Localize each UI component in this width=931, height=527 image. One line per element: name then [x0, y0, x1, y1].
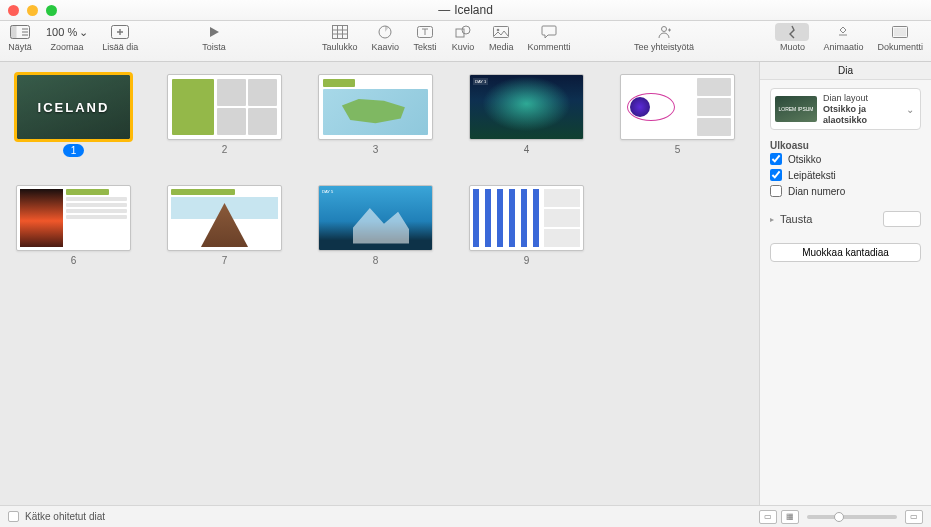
slide-thumbnail[interactable]: DAY 14: [469, 74, 584, 157]
checkbox-body[interactable]: Leipäteksti: [770, 169, 921, 181]
slide-thumbnail-preview[interactable]: [167, 185, 282, 251]
slide-thumbnail[interactable]: 7: [167, 185, 282, 266]
svg-point-10: [662, 27, 667, 32]
slide-number-label: 3: [373, 144, 379, 155]
slide-thumbnail-preview[interactable]: ICELAND: [16, 74, 131, 140]
format-inspector: Dia LOREM IPSUM Dian layout Otsikko ja a…: [759, 62, 931, 505]
document-title: — Iceland: [0, 3, 931, 17]
layout-caption: Dian layout: [823, 93, 900, 104]
slide-thumbnail-preview[interactable]: [318, 74, 433, 140]
checkbox-body-input[interactable]: [770, 169, 782, 181]
media-label: Media: [489, 42, 514, 52]
view-button[interactable]: Näytä: [8, 23, 32, 52]
zoom-select[interactable]: 100 % ⌄ Zoomaa: [46, 23, 88, 52]
chart-button[interactable]: Kaavio: [372, 23, 400, 52]
collaborate-label: Tee yhteistyötä: [634, 42, 694, 52]
background-row[interactable]: ▸ Tausta: [770, 211, 921, 227]
view-mode-grid-button[interactable]: ▦: [781, 510, 799, 524]
slide-number-label: 9: [524, 255, 530, 266]
window-titlebar: — Iceland: [0, 0, 931, 21]
checkbox-slidenumber[interactable]: Dian numero: [770, 185, 921, 197]
slider-knob[interactable]: [834, 512, 844, 522]
light-table-area[interactable]: ICELAND123DAY 14567DAY 589: [0, 62, 759, 505]
checkbox-slidenumber-input[interactable]: [770, 185, 782, 197]
slide-number-label: 7: [222, 255, 228, 266]
text-label: Teksti: [414, 42, 437, 52]
slide-thumbnail[interactable]: 6: [16, 185, 131, 266]
svg-rect-1: [11, 26, 17, 39]
svg-rect-8: [494, 27, 509, 38]
media-icon: [493, 23, 509, 41]
animate-label: Animaatio: [823, 42, 863, 52]
slide-thumbnail[interactable]: 3: [318, 74, 433, 157]
zoom-label: Zoomaa: [51, 42, 84, 52]
edit-master-button[interactable]: Muokkaa kantadiaa: [770, 243, 921, 262]
slide-thumbnail[interactable]: ICELAND1: [16, 74, 131, 157]
slide-thumbnail-preview[interactable]: DAY 5: [318, 185, 433, 251]
hide-skipped-label: Kätke ohitetut diat: [25, 511, 105, 522]
appearance-section-title: Ulkoasu: [770, 140, 921, 151]
slide-number-label: 2: [222, 144, 228, 155]
edited-marker-icon: —: [438, 3, 450, 17]
slide-number-label: 1: [63, 144, 85, 157]
slide-layout-select[interactable]: LOREM IPSUM Dian layout Otsikko ja alaot…: [770, 88, 921, 130]
background-swatch[interactable]: [883, 211, 921, 227]
slide-thumbnail[interactable]: 9: [469, 185, 584, 266]
view-mode-normal-button[interactable]: ▭: [759, 510, 777, 524]
slide-thumbnail-preview[interactable]: [620, 74, 735, 140]
comment-label: Kommentti: [528, 42, 571, 52]
shape-label: Kuvio: [452, 42, 475, 52]
comment-button[interactable]: Kommentti: [528, 23, 571, 52]
layout-preview-thumb: LOREM IPSUM: [775, 96, 817, 122]
checkbox-title[interactable]: Otsikko: [770, 153, 921, 165]
view-mode-single-button[interactable]: ▭: [905, 510, 923, 524]
add-slide-button[interactable]: Lisää dia: [102, 23, 138, 52]
table-button[interactable]: Taulukko: [322, 23, 358, 52]
slide-thumbnail-preview[interactable]: [167, 74, 282, 140]
slide-thumbnail[interactable]: 2: [167, 74, 282, 157]
thumbnail-size-slider[interactable]: [807, 515, 897, 519]
play-label: Toista: [202, 42, 226, 52]
play-button[interactable]: Toista: [202, 23, 226, 52]
text-icon: [417, 23, 433, 41]
format-button[interactable]: Muoto: [775, 23, 809, 52]
collaborate-icon: [655, 23, 673, 41]
inspector-tab-dia[interactable]: Dia: [760, 62, 931, 80]
zoom-value: 100 %: [46, 26, 77, 38]
format-icon: [775, 23, 809, 41]
slide-thumbnail-preview[interactable]: [469, 185, 584, 251]
hide-skipped-checkbox[interactable]: [8, 511, 19, 522]
slide-thumbnail[interactable]: 5: [620, 74, 735, 157]
svg-point-9: [497, 29, 500, 32]
chart-label: Kaavio: [372, 42, 400, 52]
collaborate-button[interactable]: Tee yhteistyötä: [634, 23, 694, 52]
shape-icon: [455, 23, 471, 41]
slide-thumbnail[interactable]: DAY 58: [318, 185, 433, 266]
svg-rect-12: [894, 28, 906, 36]
media-button[interactable]: Media: [489, 23, 514, 52]
background-label: Tausta: [780, 213, 812, 225]
disclosure-triangle-icon[interactable]: ▸: [770, 215, 774, 224]
animate-button[interactable]: Animaatio: [823, 23, 863, 52]
add-slide-label: Lisää dia: [102, 42, 138, 52]
add-slide-icon: [111, 23, 129, 41]
chevron-down-icon: ⌄: [906, 104, 916, 115]
slide-thumbnail-preview[interactable]: DAY 1: [469, 74, 584, 140]
checkbox-title-input[interactable]: [770, 153, 782, 165]
document-icon: [892, 23, 908, 41]
table-icon: [332, 23, 348, 41]
slide-number-label: 4: [524, 144, 530, 155]
svg-point-7: [462, 26, 470, 34]
slide-thumbnail-preview[interactable]: [16, 185, 131, 251]
text-button[interactable]: Teksti: [413, 23, 437, 52]
animate-icon: [835, 23, 851, 41]
document-label: Dokumentti: [877, 42, 923, 52]
document-button[interactable]: Dokumentti: [877, 23, 923, 52]
status-bar: Kätke ohitetut diat ▭ ▦ ▭: [0, 505, 931, 527]
table-label: Taulukko: [322, 42, 358, 52]
shape-button[interactable]: Kuvio: [451, 23, 475, 52]
svg-rect-3: [332, 26, 347, 39]
main-toolbar: Näytä 100 % ⌄ Zoomaa Lisää dia Toista: [0, 21, 931, 62]
chevron-down-icon: ⌄: [79, 26, 88, 39]
view-label: Näytä: [8, 42, 32, 52]
